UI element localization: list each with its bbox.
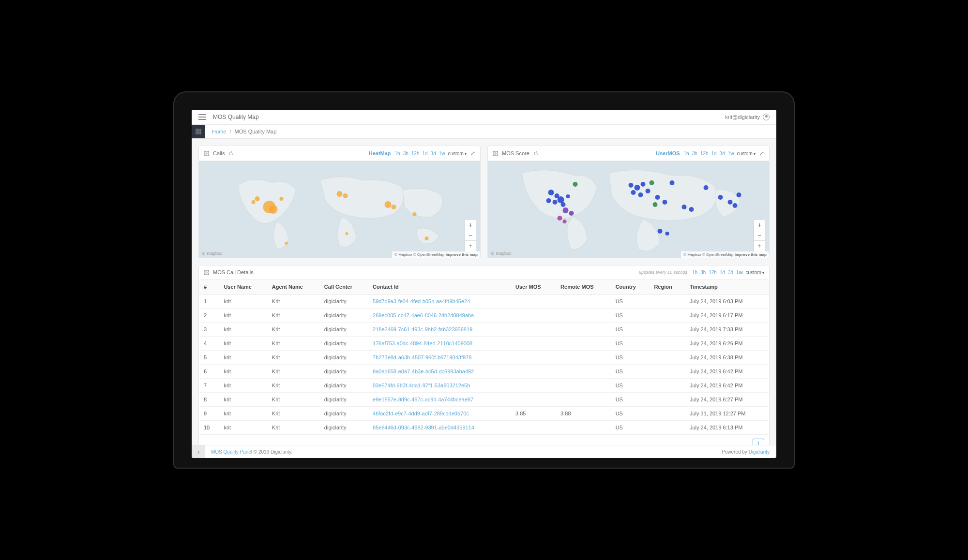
zoom-out-button[interactable]: − [754, 230, 765, 241]
attr-osm[interactable]: © OpenStreetMap [702, 252, 734, 257]
range-1d[interactable]: 1d [711, 151, 716, 156]
col-contact[interactable]: Contact Id [368, 280, 511, 295]
cell-region [649, 295, 685, 309]
improve-map-link[interactable]: Improve this map [735, 252, 767, 257]
breadcrumb-home[interactable]: Home [212, 129, 226, 134]
contact-link[interactable]: 85e8446d-093c-4682-9391-a5e0d4359114 [373, 425, 474, 430]
calls-mode[interactable]: HeatMap [369, 150, 391, 156]
cell-user: krit [219, 323, 267, 337]
zoom-out-button[interactable]: − [465, 230, 476, 241]
col-agent[interactable]: Agent Name [267, 280, 319, 295]
range-1h[interactable]: 1h [395, 151, 400, 156]
col-center[interactable]: Call Center [319, 280, 368, 295]
cell-user: krit [219, 351, 267, 365]
calls-map[interactable]: mapbox + − ⇡ © Mapbox © OpenStreetMap Im… [199, 161, 480, 258]
table-row[interactable]: 4kritKritdigiclarity176af753-a0dc-4894-8… [199, 337, 769, 351]
zoom-in-button[interactable]: + [465, 220, 476, 230]
svg-point-55 [718, 195, 723, 200]
improve-map-link[interactable]: Improve this map [446, 252, 478, 257]
contact-link[interactable]: 46fac2fd-e9c7-4dd9-adf7-289cdde0b70c [373, 411, 469, 416]
range-3h[interactable]: 3h [692, 151, 697, 156]
attr-mapbox[interactable]: © Mapbox [683, 252, 701, 257]
cell-center: digiclarity [319, 393, 368, 407]
svg-point-10 [252, 200, 256, 204]
range-3d[interactable]: 3d [728, 270, 733, 275]
range-custom[interactable]: custom [448, 151, 467, 156]
range-1h[interactable]: 1h [692, 270, 697, 275]
range-1h[interactable]: 1h [684, 151, 689, 156]
table-row[interactable]: 6kritKritdigiclarity9a0ad658-e8a7-4b3e-b… [199, 365, 769, 379]
attr-osm[interactable]: © OpenStreetMap [413, 252, 445, 257]
table-row[interactable]: 8kritKritdigiclaritye9e1857e-8d9c-467c-a… [199, 393, 769, 407]
range-3d[interactable]: 3d [720, 151, 725, 156]
contact-link[interactable]: 176af753-a0dc-4894-84ed-2110c1409008 [373, 340, 472, 346]
svg-point-18 [413, 212, 417, 216]
powered-by-link[interactable]: Digiclarity [749, 449, 770, 455]
contact-link[interactable]: e9e1857e-8d9c-467c-ac9d-4a744bceae87 [373, 397, 473, 402]
contact-link[interactable]: 218e2469-7c61-493c-9bb2-fab323956819 [373, 326, 472, 332]
refresh-icon[interactable] [228, 151, 234, 156]
breadcrumb: Home / MOS Quality Map [205, 125, 283, 138]
range-1w[interactable]: 1w [728, 151, 734, 156]
svg-point-19 [425, 236, 429, 240]
cell-rmos: 3.88 [556, 407, 611, 421]
svg-rect-22 [493, 151, 495, 153]
col-umos[interactable]: User MOS [511, 280, 556, 295]
footer-toggle[interactable] [192, 445, 205, 458]
col-num[interactable]: # [199, 280, 219, 295]
user-menu[interactable]: krit@digiclarity [725, 114, 770, 120]
zoom-in-button[interactable]: + [754, 220, 765, 230]
panel-icon [204, 270, 209, 275]
range-12h[interactable]: 12h [411, 151, 420, 156]
svg-point-15 [343, 193, 348, 198]
compass-button[interactable]: ⇡ [465, 241, 476, 251]
table-row[interactable]: 9kritKritdigiclarity46fac2fd-e9c7-4dd9-a… [199, 407, 769, 421]
col-ts[interactable]: Timestamp [685, 280, 769, 295]
contact-link[interactable]: 269ec005-cb47-4ae6-8046-2db2d0849aba [373, 312, 474, 318]
range-custom[interactable]: custom [737, 151, 756, 156]
svg-point-47 [653, 202, 658, 207]
col-region[interactable]: Region [649, 280, 685, 295]
menu-icon[interactable] [198, 114, 206, 120]
contact-link[interactable]: 7b273e8d-a63b-4507-960f-b6719043f978 [373, 354, 471, 360]
cell-num: 3 [199, 323, 219, 337]
expand-icon[interactable]: ⤢ [759, 150, 764, 157]
range-12h[interactable]: 12h [700, 151, 709, 156]
range-custom[interactable]: custom [746, 270, 764, 275]
range-3h[interactable]: 3h [700, 270, 706, 275]
mos-mode[interactable]: UserMOS [656, 150, 680, 156]
mos-time-ranges: 1h 3h 12h 1d 3d 1w custom [684, 151, 756, 156]
col-country[interactable]: Country [611, 280, 650, 295]
range-1d[interactable]: 1d [422, 151, 427, 156]
expand-icon[interactable]: ⤢ [470, 150, 475, 157]
range-1w[interactable]: 1w [439, 151, 445, 156]
cell-agent: Krit [267, 309, 319, 323]
table-row[interactable]: 2kritKritdigiclarity269ec005-cb47-4ae6-8… [199, 309, 769, 323]
table-row[interactable]: 10kritKritdigiclarity85e8446d-093c-4682-… [199, 421, 769, 435]
page-1[interactable]: 1 [753, 439, 764, 445]
contact-link[interactable]: 9a0ad658-e8a7-4b3e-bc5d-dc6993aba492 [373, 368, 474, 374]
col-rmos[interactable]: Remote MOS [556, 280, 611, 295]
range-3d[interactable]: 3d [431, 151, 436, 156]
svg-point-50 [689, 207, 694, 212]
compass-button[interactable]: ⇡ [754, 241, 765, 251]
calls-time-ranges: 1h 3h 12h 1d 3d 1w custom [395, 151, 467, 156]
cell-country: US [611, 295, 650, 309]
cell-center: digiclarity [319, 337, 368, 351]
range-1d[interactable]: 1d [720, 270, 725, 275]
mos-map[interactable]: mapbox + − ⇡ © Mapbox © OpenStreetMap Im… [488, 161, 769, 258]
range-1w[interactable]: 1w [736, 270, 742, 275]
refresh-icon[interactable] [533, 151, 539, 156]
col-user[interactable]: User Name [219, 280, 267, 295]
attr-mapbox[interactable]: © Mapbox [394, 252, 412, 257]
table-row[interactable]: 5kritKritdigiclarity7b273e8d-a63b-4507-9… [199, 351, 769, 365]
table-row[interactable]: 7kritKritdigiclarity03e574fd-9b3f-4da1-9… [199, 379, 769, 393]
table-row[interactable]: 3kritKritdigiclarity218e2469-7c61-493c-9… [199, 323, 769, 337]
sidebar-toggle[interactable] [192, 125, 205, 138]
table-row[interactable]: 1kritKritdigiclarity59d7d9a3-fe04-4fed-b… [199, 295, 769, 309]
range-12h[interactable]: 12h [709, 270, 717, 275]
contact-link[interactable]: 59d7d9a3-fe04-4fed-b05b-aa4fd9b45e24 [373, 298, 470, 304]
footer-panel-link[interactable]: MOS Quality Panel [211, 449, 252, 455]
contact-link[interactable]: 03e574fd-9b3f-4da1-97f1-53a603212e5b [373, 383, 470, 388]
range-3h[interactable]: 3h [403, 151, 408, 156]
